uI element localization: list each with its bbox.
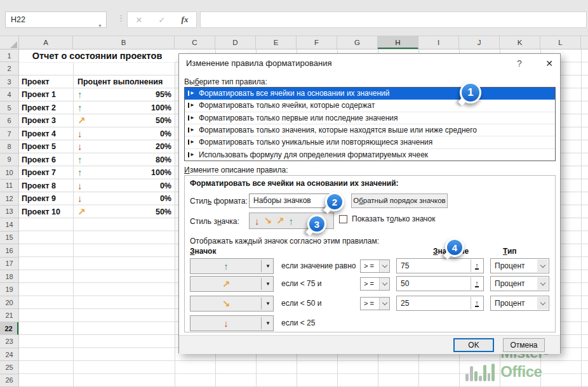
row-header[interactable]: 21 [0,309,18,322]
table-row[interactable]: Проект 3 ↗ 50% [19,114,175,127]
dialog-titlebar[interactable]: Изменение правила форматирования ? ✕ [179,54,560,73]
name-box[interactable]: H22 ▼ [5,11,107,28]
icon-dropdown[interactable]: ↓ ▼ [190,315,274,331]
icon-dropdown[interactable]: ↗ ▼ [190,276,274,292]
row-header[interactable]: 25 [0,361,18,374]
row-header[interactable]: 14 [0,218,18,231]
row-header-22-selected[interactable]: 22 [0,322,18,335]
select-all-corner[interactable] [0,36,19,49]
operator-dropdown[interactable]: > = [360,277,390,291]
row-header[interactable]: 13 [0,206,18,218]
column-header-k[interactable]: K [500,36,540,49]
column-header-e[interactable]: E [256,36,297,49]
name-box-dropdown-icon[interactable]: ▼ [98,18,102,34]
rule-arrow-icon: ► [188,91,195,96]
row-header[interactable]: 12 [0,192,18,205]
column-header-d[interactable]: D [215,36,256,49]
collapse-dialog-icon[interactable]: ↑ [471,259,483,272]
row-header[interactable]: 5 [0,102,18,114]
row-header[interactable]: 19 [0,283,18,296]
rule-type-item[interactable]: ►Форматировать только уникальные или пов… [185,136,555,148]
formula-bar-input[interactable] [200,11,587,28]
row-header[interactable]: 10 [0,166,18,179]
column-header-i[interactable]: I [418,36,459,49]
row-header[interactable]: 4 [0,88,18,101]
help-icon[interactable]: ? [512,54,527,73]
dropdown-arrow-icon: ▼ [265,296,271,311]
sheet-title-cell[interactable]: Отчет о состоянии проектов [19,49,175,62]
table-row[interactable]: Проект 5 ↓ 20% [19,140,175,153]
table-row[interactable]: Проект 2 ↑ 100% [19,102,175,114]
column-header-l[interactable]: L [540,36,581,49]
column-header-j[interactable]: J [459,36,500,49]
header-percent[interactable]: Процент выполнения [77,75,163,88]
value-input[interactable]: 75↑ [396,258,484,273]
row-header[interactable]: 24 [0,348,18,361]
rule-type-item[interactable]: ►Использовать формулу для определения фо… [185,149,555,161]
icon-dropdown[interactable]: ↑ ▼ [190,258,274,274]
header-project[interactable]: Проект [22,75,50,88]
close-icon[interactable]: ✕ [541,54,558,73]
type-dropdown[interactable]: Процент [490,296,549,311]
row-header[interactable]: 20 [0,296,18,309]
row-header[interactable]: 15 [0,232,18,244]
row-header[interactable]: 17 [0,258,18,270]
operator-dropdown[interactable]: > = [360,297,390,310]
reverse-icon-order-button[interactable]: Обратный порядок значков [351,194,448,208]
column-header-a[interactable]: A [19,36,73,49]
operator-dropdown[interactable]: > = [360,259,390,273]
chevron-down-icon [379,298,389,310]
row-header[interactable]: 1 [0,49,18,62]
rule-type-item[interactable]: ►Форматировать только ячейки, которые со… [185,100,555,112]
row-header[interactable]: 23 [0,335,18,348]
value-input[interactable]: 25↑ [396,296,484,311]
row-header[interactable]: 18 [0,270,18,283]
column-header-b[interactable]: B [73,36,175,49]
down-arrow-icon: ↓ [77,140,83,153]
rule-type-item-selected[interactable]: ►Форматировать все ячейки на основании и… [185,88,555,100]
up-arrow-icon: ↑ [77,166,83,179]
table-row[interactable]: Проект 10 ↗ 50% [19,206,175,218]
cancel-entry-icon[interactable]: ✕ [136,15,143,25]
insert-function-icon[interactable]: fx [182,15,189,25]
row-header[interactable]: 9 [0,154,18,166]
logo-bar [474,371,478,381]
format-style-dropdown[interactable]: Наборы значков [249,194,334,208]
show-icon-only-checkbox[interactable] [339,215,347,223]
formula-toolbar: H22 ▼ ⋮ ✕ ✓ fx [0,0,588,36]
table-row[interactable]: Проект 9 ↓ 0% [19,192,175,205]
table-row[interactable]: Проект 4 ↓ 0% [19,128,175,140]
row-header[interactable]: 6 [0,114,18,127]
callout-1-badge: 1 [460,82,481,103]
row-header[interactable]: 16 [0,244,18,257]
row-header[interactable]: 8 [0,140,18,153]
row-header[interactable]: 2 [0,62,18,75]
table-row[interactable]: Проект 1 ↑ 95% [19,88,175,101]
value-input[interactable]: 50↑ [396,276,484,291]
row-header[interactable]: 26 [0,374,18,387]
column-header-f[interactable]: F [297,36,337,49]
ok-button[interactable]: OK [453,338,494,352]
collapse-dialog-icon[interactable]: ↑ [471,277,483,290]
column-header-c[interactable]: C [175,36,215,49]
collapse-dialog-icon[interactable]: ↑ [471,297,483,310]
column-header-g[interactable]: G [337,36,378,49]
rule-type-item[interactable]: ►Форматировать только первые или последн… [185,112,555,124]
icon-rule-row: ↑ ▼ если значение равно > = 75↑ Процент [185,258,556,274]
row-header[interactable]: 11 [0,180,18,192]
column-header-h-selected[interactable]: H [378,36,418,49]
row-header[interactable]: 3 [0,75,18,88]
divider [261,278,262,290]
table-row[interactable]: Проект 7 ↑ 100% [19,166,175,179]
table-row[interactable]: Проект 6 ↑ 80% [19,154,175,166]
type-dropdown[interactable]: Процент [490,276,549,291]
row-header[interactable]: 7 [0,128,18,140]
table-row[interactable]: Проект 8 ↓ 0% [19,180,175,192]
rule-type-item[interactable]: ►Форматировать только значения, которые … [185,124,555,136]
project-cell: Проект 4 [22,128,56,140]
dropdown-arrow-icon: ▼ [265,277,271,291]
type-dropdown[interactable]: Процент [490,258,549,273]
confirm-entry-icon[interactable]: ✓ [159,15,166,25]
icon-dropdown[interactable]: ↘ ▼ [190,296,274,312]
cancel-button[interactable]: Отмена [503,338,545,352]
